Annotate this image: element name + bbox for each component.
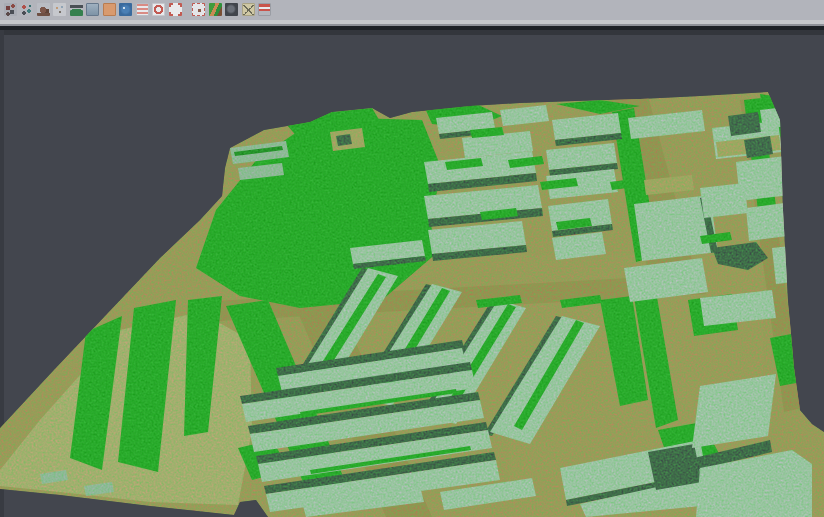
toolbar [0, 0, 824, 26]
target-circle-icon[interactable] [152, 3, 165, 16]
classification-map-icon[interactable] [209, 3, 222, 16]
red-bars-icon[interactable] [258, 3, 271, 16]
toolbar-separator [0, 26, 824, 30]
application-window [0, 0, 824, 517]
red-list-icon[interactable] [136, 3, 149, 16]
panel-icon[interactable] [86, 3, 99, 16]
viewport-3d[interactable] [0, 0, 824, 517]
point-cloud-scene [0, 0, 824, 517]
colored-points-icon[interactable] [4, 3, 17, 16]
mountain-mesh-icon[interactable] [37, 3, 50, 16]
align-points-icon[interactable] [20, 3, 33, 16]
globe-icon[interactable] [119, 3, 132, 16]
selection-corners-icon[interactable] [169, 3, 182, 16]
ortho-tile-icon[interactable] [103, 3, 116, 16]
terrain-icon[interactable] [70, 3, 83, 16]
dashed-selection-icon[interactable] [192, 3, 205, 16]
sparse-points-icon[interactable] [53, 3, 66, 16]
sphere-icon[interactable] [225, 3, 238, 16]
textured-tile-icon[interactable] [242, 3, 255, 16]
